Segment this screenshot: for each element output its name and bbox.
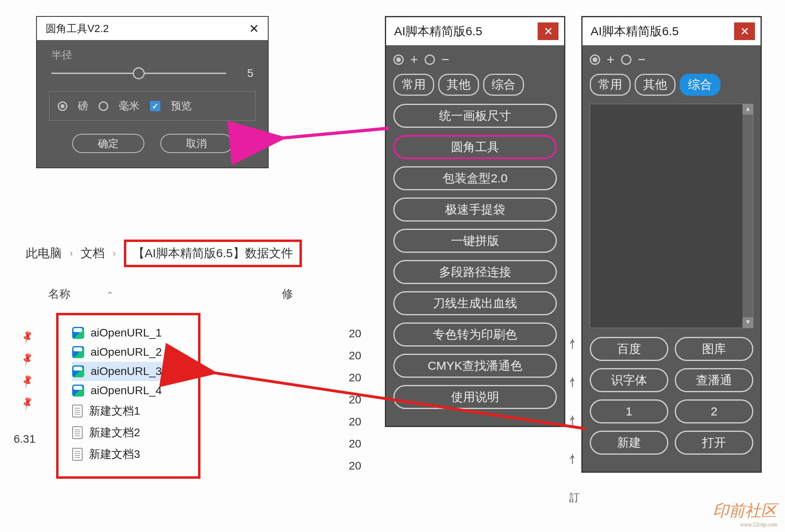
grid-button[interactable]: 图库 [675,337,753,361]
grid-button[interactable]: 识字体 [590,368,668,392]
dialog-body: 半径 5 磅 毫米 ✓ 预览 确定 取消 [37,40,268,167]
url-file-icon [72,327,84,339]
file-name: aiOpenURL_2 [91,346,162,359]
file-row[interactable]: 新建文档3 [72,443,188,465]
script-button[interactable]: 多段路径连接 [393,260,557,284]
script-button[interactable]: 使用说明 [393,385,557,409]
slider-thumb[interactable] [133,67,145,79]
ok-button[interactable]: 确定 [72,134,144,153]
tab-comprehensive[interactable]: 综合 [483,74,524,96]
watermark: 印前社区 www.52cnp.com [713,500,777,528]
script-button[interactable]: 极速手提袋 [393,197,557,222]
file-name: aiOpenURL_3 [91,365,162,378]
svg-line-2 [281,128,389,138]
grid-button[interactable]: 1 [590,399,668,423]
close-icon[interactable]: ✕ [538,22,558,40]
close-icon[interactable]: ✕ [734,22,755,40]
panel-titlebar[interactable]: AI脚本精简版6.5 ✕ [583,17,761,45]
radio-pound[interactable] [58,101,67,111]
grid-button[interactable]: 百度 [590,337,668,361]
file-date: 20 [349,389,361,411]
dialog-title: 圆角工具V2.2 [46,22,109,36]
script-button[interactable]: 包装盒型2.0 [393,166,557,190]
unit-row: 磅 毫米 ✓ 预览 [49,91,256,121]
panel-title: AI脚本精简版6.5 [394,23,482,40]
file-date: 20 [349,322,361,345]
radius-label: 半径 [51,48,253,62]
grid-button[interactable]: 2 [675,399,753,423]
explorer-header: 名称 修 [16,286,385,302]
breadcrumb[interactable]: 此电脑 › 文档 › 【AI脚本精简版6.5】数据文件 [16,232,385,274]
url-file-icon [72,385,84,397]
grid-button[interactable]: 打开 [675,431,753,455]
close-icon[interactable]: ✕ [249,22,259,36]
round-corner-dialog: 圆角工具V2.2 ✕ 半径 5 磅 毫米 ✓ 预览 确定 取消 [36,16,269,168]
file-row[interactable]: aiOpenURL_4 [72,381,188,400]
script-panel-common: AI脚本精简版6.5 ✕ + − 常用 其他 综合 统一画板尺寸圆角工具包装盒型… [385,16,565,427]
file-date: 20 [349,411,361,433]
file-row[interactable]: 新建文档1 [72,400,188,422]
minus-radio[interactable] [621,54,631,65]
plus-icon: + [607,52,615,67]
tab-common[interactable]: 常用 [393,74,434,96]
minus-icon: − [638,52,646,67]
col-name[interactable]: 名称 [48,286,113,302]
file-row[interactable]: aiOpenURL_3 [72,362,188,381]
dialog-titlebar[interactable]: 圆角工具V2.2 ✕ [37,17,268,40]
panel-titlebar[interactable]: AI脚本精简版6.5 ✕ [386,17,564,45]
decorative-char: 忄 [569,440,580,478]
tab-comprehensive[interactable]: 综合 [680,74,720,96]
decorative-char: 忄 [569,401,580,440]
col-mod[interactable]: 修 [282,286,293,302]
radius-slider[interactable] [51,68,226,79]
scroll-up-icon[interactable]: ▴ [743,104,753,115]
grid-button[interactable]: 查潘通 [675,368,753,392]
plus-radio[interactable] [393,54,404,65]
bc-folder1[interactable]: 文档 [81,245,105,262]
script-button[interactable]: 专色转为印刷色 [393,322,557,347]
radius-value: 5 [237,67,253,80]
scrollbar[interactable]: ▴ ▾ [743,104,753,328]
script-button[interactable]: 一键拼版 [393,229,557,253]
document-file-icon [72,426,83,439]
script-button[interactable]: CMYK查找潘通色 [393,354,557,378]
file-row[interactable]: aiOpenURL_1 [72,323,188,343]
file-name: 新建文档2 [89,425,140,440]
chevron-right-icon: › [70,248,73,259]
watermark-text: 印前社区 [713,502,777,520]
cancel-button[interactable]: 取消 [160,134,233,153]
tab-common[interactable]: 常用 [590,74,631,96]
tab-row: 常用 其他 综合 [393,74,557,96]
script-button[interactable]: 刀线生成出血线 [393,291,557,315]
file-row[interactable]: 新建文档2 [72,422,188,443]
grid-button[interactable]: 新建 [590,431,668,455]
script-panel-comprehensive: AI脚本精简版6.5 ✕ + − 常用 其他 综合 ▴ ▾ 百度图库识字体查潘通… [581,16,762,473]
decorative-char: 訂 [569,478,580,517]
outside-text: 6.31 [14,433,36,445]
chevron-right-icon: › [113,248,115,259]
watermark-url: www.52cnp.com [713,522,777,528]
tab-other[interactable]: 其他 [635,74,676,96]
minus-icon: − [441,52,449,67]
preview-checkbox[interactable]: ✓ [150,101,160,111]
radio-mm[interactable] [99,101,108,111]
file-name: aiOpenURL_4 [91,384,162,397]
minus-radio[interactable] [425,54,435,65]
bc-root[interactable]: 此电脑 [26,245,62,262]
tab-other[interactable]: 其他 [438,74,479,96]
bc-folder2[interactable]: 【AI脚本精简版6.5】数据文件 [124,240,302,267]
scroll-down-icon[interactable]: ▾ [743,317,753,328]
unit-pound-label: 磅 [78,99,88,113]
pin-column: 📌 📌 📌 📌 [24,331,36,419]
plus-radio[interactable] [590,54,600,65]
file-name: 新建文档3 [89,447,140,462]
file-list: aiOpenURL_1aiOpenURL_2aiOpenURL_3aiOpenU… [56,313,200,479]
script-button[interactable]: 圆角工具 [393,135,557,159]
preview-label: 预览 [171,99,192,113]
content-box[interactable]: ▴ ▾ [590,104,753,328]
file-date: 20 [349,455,361,477]
file-row[interactable]: aiOpenURL_2 [72,343,188,362]
file-date: 20 [349,345,361,367]
decorative-char: 忄 [569,324,580,363]
script-button[interactable]: 统一画板尺寸 [393,104,557,128]
